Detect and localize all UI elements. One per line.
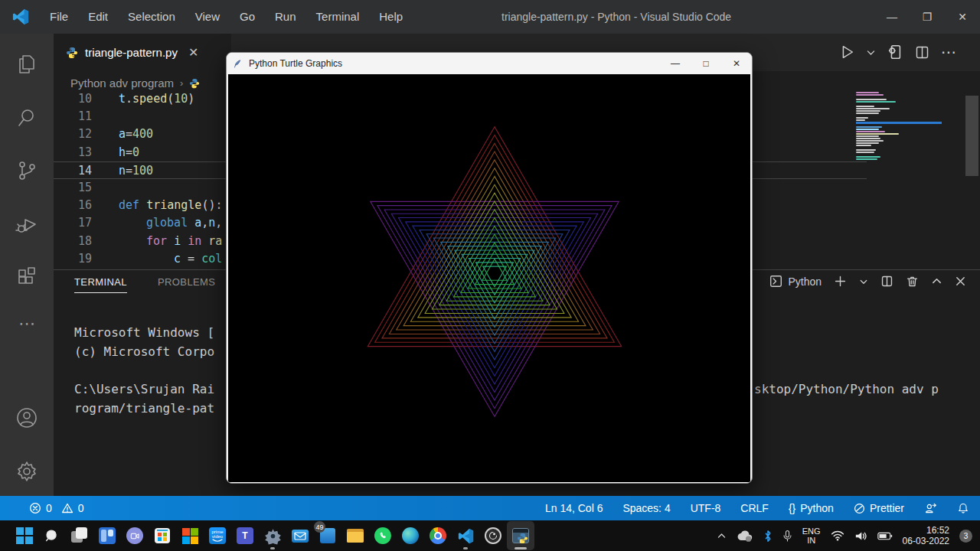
- battery-icon[interactable]: [877, 531, 893, 541]
- language-indicator[interactable]: ENG IN: [802, 527, 821, 545]
- split-editor-icon[interactable]: [914, 44, 930, 60]
- prime-video-icon[interactable]: prime video: [204, 521, 231, 550]
- teams-icon[interactable]: T: [231, 521, 259, 550]
- edge-icon[interactable]: [397, 521, 424, 550]
- editor-more-icon[interactable]: ⋯: [941, 43, 956, 61]
- menu-go[interactable]: Go: [230, 0, 265, 34]
- close-button[interactable]: ✕: [945, 0, 980, 34]
- vscode-logo-icon: [12, 8, 29, 25]
- turtle-titlebar[interactable]: Python Turtle Graphics — □ ✕: [227, 53, 752, 74]
- source-control-icon[interactable]: [15, 158, 39, 183]
- taskbar-search-icon[interactable]: [38, 521, 66, 550]
- activity-bar: ⋯: [0, 34, 54, 496]
- run-dropdown-chevron-icon[interactable]: [866, 47, 876, 57]
- warning-count[interactable]: 0: [78, 502, 84, 514]
- wifi-icon[interactable]: [831, 530, 844, 541]
- shell-badge[interactable]: Python: [769, 275, 822, 288]
- task-view-icon[interactable]: [66, 521, 93, 550]
- terminal-output-line: rogram/triangle-pat: [74, 401, 214, 416]
- tab-triangle-pattern[interactable]: triangle-pattern.py ✕: [54, 34, 231, 71]
- turtle-graphics-window[interactable]: Python Turtle Graphics — □ ✕: [226, 52, 753, 484]
- code-text: for i in ra: [146, 233, 222, 250]
- settings-gear-icon[interactable]: [15, 459, 39, 484]
- new-terminal-icon[interactable]: [834, 275, 847, 288]
- calendar-app-icon[interactable]: 49: [314, 521, 341, 550]
- clock[interactable]: 16:52 06-03-2022: [903, 525, 949, 546]
- menu-run[interactable]: Run: [265, 0, 306, 34]
- language-mode[interactable]: {} Python: [789, 502, 834, 514]
- bluetooth-icon[interactable]: [763, 530, 773, 543]
- indentation[interactable]: Spaces: 4: [622, 502, 670, 514]
- triangle-star-pattern: [228, 74, 750, 482]
- start-button[interactable]: [11, 521, 38, 550]
- chat-icon[interactable]: [121, 521, 149, 550]
- split-terminal-icon[interactable]: [880, 275, 893, 288]
- menu-file[interactable]: File: [40, 0, 78, 34]
- code-text: n=100: [119, 162, 153, 180]
- formatter-status[interactable]: Prettier: [854, 502, 904, 514]
- menu-edit[interactable]: Edit: [78, 0, 118, 34]
- office-icon[interactable]: [176, 521, 204, 550]
- notifications-bell-icon[interactable]: [957, 502, 969, 514]
- whatsapp-icon[interactable]: [369, 521, 397, 550]
- eol-sequence[interactable]: CRLF: [740, 502, 769, 514]
- notification-count-badge[interactable]: 3: [959, 530, 972, 543]
- feedback-icon[interactable]: [924, 502, 937, 515]
- turtle-maximize-button[interactable]: □: [691, 53, 721, 74]
- close-panel-icon[interactable]: [955, 276, 966, 287]
- terminal-dropdown-chevron-icon[interactable]: [859, 277, 868, 286]
- restore-button[interactable]: ❐: [910, 0, 945, 34]
- run-debug-icon[interactable]: [15, 212, 39, 236]
- minimize-button[interactable]: —: [874, 0, 910, 34]
- onedrive-cloud-icon[interactable]: [737, 530, 753, 542]
- menu-view[interactable]: View: [185, 0, 230, 34]
- file-explorer-icon[interactable]: [341, 521, 369, 550]
- panel-tab-terminal[interactable]: TERMINAL: [74, 276, 127, 293]
- menu-selection[interactable]: Selection: [118, 0, 185, 34]
- search-icon[interactable]: [15, 106, 39, 130]
- encoding[interactable]: UTF-8: [691, 502, 721, 514]
- run-python-dedicated-icon[interactable]: [887, 44, 903, 60]
- line-number: 11: [54, 108, 92, 126]
- window-controls: — ❐ ✕: [874, 0, 980, 34]
- error-count[interactable]: 0: [46, 502, 52, 514]
- minimap[interactable]: [856, 92, 942, 187]
- turtle-close-button[interactable]: ✕: [721, 53, 752, 74]
- kill-terminal-icon[interactable]: [906, 275, 919, 288]
- editor-scrollbar[interactable]: [965, 96, 978, 176]
- menu-help[interactable]: Help: [369, 0, 413, 34]
- extensions-icon[interactable]: [15, 266, 39, 290]
- errors-icon[interactable]: [29, 502, 41, 514]
- accounts-icon[interactable]: [15, 406, 39, 430]
- tray-overflow-chevron-icon[interactable]: [717, 531, 727, 541]
- tab-close-icon[interactable]: ✕: [188, 45, 198, 60]
- obs-studio-icon[interactable]: [479, 521, 507, 550]
- run-file-icon[interactable]: [838, 44, 855, 60]
- python-file-icon: [189, 78, 200, 89]
- editor-actions: ⋯: [838, 38, 956, 66]
- python-turtle-taskbar-icon[interactable]: [507, 521, 534, 550]
- breadcrumb-folder[interactable]: Python adv program: [70, 77, 174, 90]
- explorer-icon[interactable]: [15, 52, 39, 77]
- volume-icon[interactable]: [854, 530, 867, 542]
- cursor-position[interactable]: Ln 14, Col 6: [545, 502, 603, 514]
- turtle-canvas: [228, 74, 750, 482]
- tab-label: triangle-pattern.py: [85, 46, 178, 59]
- widgets-icon[interactable]: [93, 521, 121, 550]
- turtle-minimize-button[interactable]: —: [660, 53, 691, 74]
- python-file-icon: [66, 47, 78, 59]
- terminal-output-line: (c) Microsoft Corpo: [74, 344, 214, 359]
- panel-tab-problems[interactable]: PROBLEMS: [158, 276, 215, 293]
- warnings-icon[interactable]: [61, 502, 74, 514]
- chrome-icon[interactable]: [424, 521, 452, 550]
- code-text: h=0: [119, 144, 139, 161]
- microsoft-store-icon[interactable]: [149, 521, 176, 550]
- vscode-taskbar-icon[interactable]: [452, 521, 479, 550]
- menu-terminal[interactable]: Terminal: [306, 0, 370, 34]
- maximize-panel-icon[interactable]: [931, 276, 942, 287]
- settings-app-icon[interactable]: [259, 521, 286, 550]
- mail-icon[interactable]: [286, 521, 314, 550]
- microphone-icon[interactable]: [782, 530, 792, 543]
- tk-feather-icon: [233, 59, 243, 69]
- more-actions-icon[interactable]: ⋯: [15, 314, 39, 338]
